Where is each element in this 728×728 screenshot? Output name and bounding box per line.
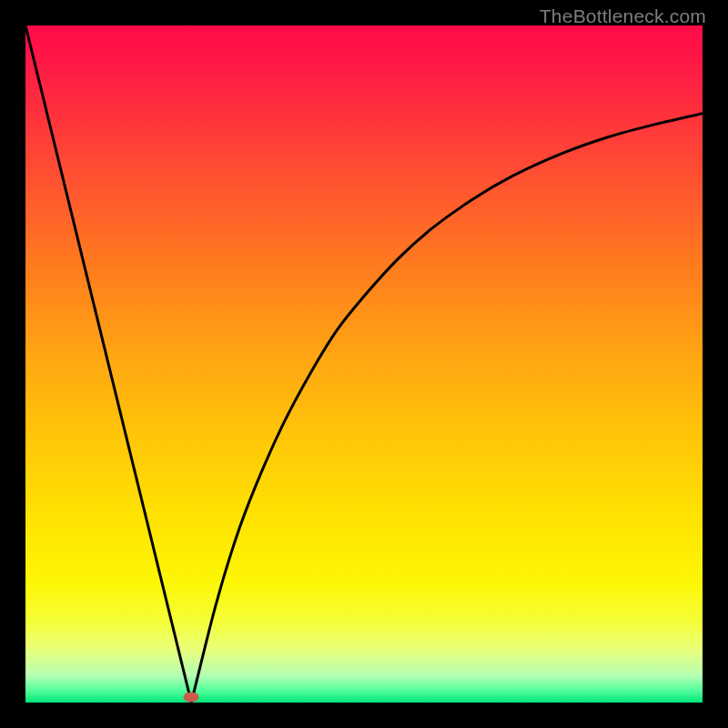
curve-left-branch	[25, 25, 191, 703]
optimal-point-marker	[184, 693, 199, 703]
curve-right-branch	[191, 114, 703, 703]
bottleneck-curve	[25, 25, 703, 703]
watermark-text: TheBottleneck.com	[540, 5, 706, 27]
chart-plot-area	[25, 25, 703, 703]
